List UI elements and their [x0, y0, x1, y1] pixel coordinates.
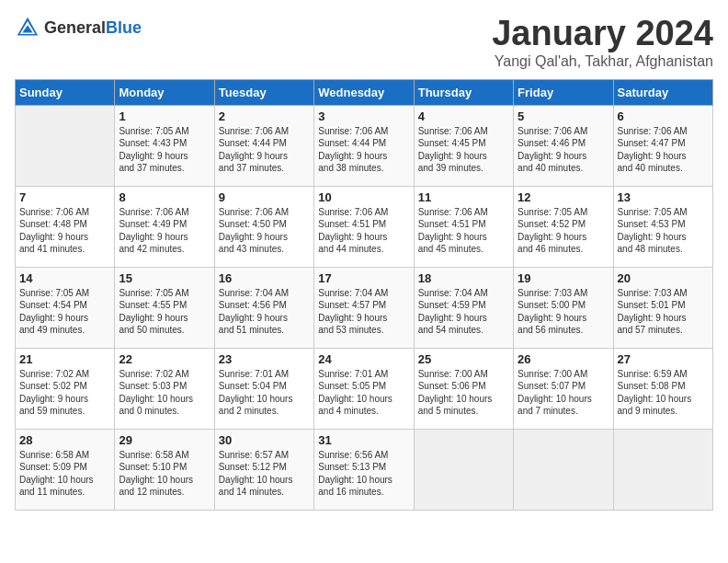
- day-number: 31: [318, 433, 409, 447]
- day-number: 30: [219, 433, 310, 447]
- day-header-saturday: Saturday: [613, 79, 712, 105]
- day-number: 20: [618, 271, 709, 285]
- calendar-cell: 14Sunrise: 7:05 AM Sunset: 4:54 PM Dayli…: [16, 267, 115, 348]
- cell-info: Sunrise: 7:04 AM Sunset: 4:59 PM Dayligh…: [418, 287, 509, 337]
- cell-info: Sunrise: 7:05 AM Sunset: 4:54 PM Dayligh…: [19, 287, 110, 337]
- calendar-cell: 28Sunrise: 6:58 AM Sunset: 5:09 PM Dayli…: [16, 429, 115, 510]
- calendar-cell: 1Sunrise: 7:05 AM Sunset: 4:43 PM Daylig…: [115, 105, 214, 186]
- calendar-cell: 3Sunrise: 7:06 AM Sunset: 4:44 PM Daylig…: [314, 105, 414, 186]
- calendar-cell: [16, 105, 115, 186]
- title-area: January 2024 Yangi Qal'ah, Takhar, Afgha…: [492, 15, 713, 70]
- cell-info: Sunrise: 7:06 AM Sunset: 4:44 PM Dayligh…: [219, 125, 310, 175]
- day-number: 9: [219, 190, 310, 204]
- day-number: 15: [119, 271, 210, 285]
- day-number: 19: [518, 271, 609, 285]
- cell-info: Sunrise: 6:56 AM Sunset: 5:13 PM Dayligh…: [318, 449, 409, 499]
- cell-info: Sunrise: 7:04 AM Sunset: 4:56 PM Dayligh…: [219, 287, 310, 337]
- cell-info: Sunrise: 7:02 AM Sunset: 5:02 PM Dayligh…: [19, 368, 110, 418]
- cell-info: Sunrise: 7:00 AM Sunset: 5:07 PM Dayligh…: [518, 368, 609, 418]
- day-header-thursday: Thursday: [414, 79, 513, 105]
- logo-text-general: General: [44, 18, 106, 37]
- calendar-cell: 31Sunrise: 6:56 AM Sunset: 5:13 PM Dayli…: [314, 429, 414, 510]
- calendar-cell: [514, 429, 613, 510]
- calendar-title: January 2024: [492, 15, 713, 53]
- day-number: 5: [518, 109, 609, 123]
- calendar-table: SundayMondayTuesdayWednesdayThursdayFrid…: [15, 79, 713, 511]
- calendar-cell: [414, 429, 513, 510]
- cell-info: Sunrise: 7:05 AM Sunset: 4:53 PM Dayligh…: [618, 206, 709, 256]
- calendar-cell: 13Sunrise: 7:05 AM Sunset: 4:53 PM Dayli…: [613, 186, 712, 267]
- day-number: 3: [318, 109, 409, 123]
- cell-info: Sunrise: 7:03 AM Sunset: 5:00 PM Dayligh…: [518, 287, 609, 337]
- cell-info: Sunrise: 7:03 AM Sunset: 5:01 PM Dayligh…: [618, 287, 709, 337]
- calendar-cell: 18Sunrise: 7:04 AM Sunset: 4:59 PM Dayli…: [414, 267, 513, 348]
- calendar-cell: 10Sunrise: 7:06 AM Sunset: 4:51 PM Dayli…: [314, 186, 414, 267]
- calendar-cell: 27Sunrise: 6:59 AM Sunset: 5:08 PM Dayli…: [613, 348, 712, 429]
- logo-icon: [15, 15, 40, 40]
- day-number: 22: [119, 352, 210, 366]
- day-number: 11: [418, 190, 509, 204]
- day-number: 18: [418, 271, 509, 285]
- logo-text-blue: Blue: [106, 18, 142, 37]
- cell-info: Sunrise: 7:02 AM Sunset: 5:03 PM Dayligh…: [119, 368, 210, 418]
- cell-info: Sunrise: 7:06 AM Sunset: 4:50 PM Dayligh…: [219, 206, 310, 256]
- calendar-subtitle: Yangi Qal'ah, Takhar, Afghanistan: [492, 53, 713, 70]
- day-number: 29: [119, 433, 210, 447]
- calendar-cell: 15Sunrise: 7:05 AM Sunset: 4:55 PM Dayli…: [115, 267, 214, 348]
- calendar-cell: 24Sunrise: 7:01 AM Sunset: 5:05 PM Dayli…: [314, 348, 414, 429]
- calendar-cell: 2Sunrise: 7:06 AM Sunset: 4:44 PM Daylig…: [214, 105, 313, 186]
- day-number: 7: [19, 190, 110, 204]
- calendar-cell: 16Sunrise: 7:04 AM Sunset: 4:56 PM Dayli…: [214, 267, 313, 348]
- cell-info: Sunrise: 7:01 AM Sunset: 5:04 PM Dayligh…: [219, 368, 310, 418]
- calendar-cell: 11Sunrise: 7:06 AM Sunset: 4:51 PM Dayli…: [414, 186, 513, 267]
- cell-info: Sunrise: 7:06 AM Sunset: 4:46 PM Dayligh…: [518, 125, 609, 175]
- day-number: 12: [518, 190, 609, 204]
- calendar-cell: 20Sunrise: 7:03 AM Sunset: 5:01 PM Dayli…: [613, 267, 712, 348]
- day-header-monday: Monday: [115, 79, 214, 105]
- cell-info: Sunrise: 7:06 AM Sunset: 4:51 PM Dayligh…: [418, 206, 509, 256]
- calendar-cell: 26Sunrise: 7:00 AM Sunset: 5:07 PM Dayli…: [514, 348, 613, 429]
- calendar-cell: 5Sunrise: 7:06 AM Sunset: 4:46 PM Daylig…: [514, 105, 613, 186]
- calendar-cell: [613, 429, 712, 510]
- cell-info: Sunrise: 7:01 AM Sunset: 5:05 PM Dayligh…: [318, 368, 409, 418]
- day-header-tuesday: Tuesday: [214, 79, 313, 105]
- cell-info: Sunrise: 7:05 AM Sunset: 4:43 PM Dayligh…: [119, 125, 210, 175]
- day-number: 17: [318, 271, 409, 285]
- day-number: 28: [19, 433, 110, 447]
- calendar-cell: 21Sunrise: 7:02 AM Sunset: 5:02 PM Dayli…: [16, 348, 115, 429]
- calendar-cell: 9Sunrise: 7:06 AM Sunset: 4:50 PM Daylig…: [214, 186, 313, 267]
- day-number: 16: [219, 271, 310, 285]
- cell-info: Sunrise: 6:59 AM Sunset: 5:08 PM Dayligh…: [618, 368, 709, 418]
- logo: GeneralBlue: [15, 15, 142, 40]
- calendar-cell: 12Sunrise: 7:05 AM Sunset: 4:52 PM Dayli…: [514, 186, 613, 267]
- calendar-cell: 30Sunrise: 6:57 AM Sunset: 5:12 PM Dayli…: [214, 429, 313, 510]
- day-number: 6: [618, 109, 709, 123]
- day-number: 14: [19, 271, 110, 285]
- day-number: 4: [418, 109, 509, 123]
- cell-info: Sunrise: 7:05 AM Sunset: 4:55 PM Dayligh…: [119, 287, 210, 337]
- day-number: 1: [119, 109, 210, 123]
- calendar-cell: 8Sunrise: 7:06 AM Sunset: 4:49 PM Daylig…: [115, 186, 214, 267]
- day-number: 23: [219, 352, 310, 366]
- calendar-cell: 6Sunrise: 7:06 AM Sunset: 4:47 PM Daylig…: [613, 105, 712, 186]
- calendar-cell: 4Sunrise: 7:06 AM Sunset: 4:45 PM Daylig…: [414, 105, 513, 186]
- cell-info: Sunrise: 7:04 AM Sunset: 4:57 PM Dayligh…: [318, 287, 409, 337]
- day-number: 27: [618, 352, 709, 366]
- day-number: 13: [618, 190, 709, 204]
- calendar-cell: 17Sunrise: 7:04 AM Sunset: 4:57 PM Dayli…: [314, 267, 414, 348]
- day-header-friday: Friday: [514, 79, 613, 105]
- calendar-cell: 23Sunrise: 7:01 AM Sunset: 5:04 PM Dayli…: [214, 348, 313, 429]
- day-number: 25: [418, 352, 509, 366]
- cell-info: Sunrise: 6:58 AM Sunset: 5:10 PM Dayligh…: [119, 449, 210, 499]
- calendar-cell: 22Sunrise: 7:02 AM Sunset: 5:03 PM Dayli…: [115, 348, 214, 429]
- calendar-cell: 19Sunrise: 7:03 AM Sunset: 5:00 PM Dayli…: [514, 267, 613, 348]
- cell-info: Sunrise: 7:06 AM Sunset: 4:45 PM Dayligh…: [418, 125, 509, 175]
- cell-info: Sunrise: 6:57 AM Sunset: 5:12 PM Dayligh…: [219, 449, 310, 499]
- day-number: 10: [318, 190, 409, 204]
- day-number: 2: [219, 109, 310, 123]
- cell-info: Sunrise: 7:06 AM Sunset: 4:47 PM Dayligh…: [618, 125, 709, 175]
- calendar-cell: 25Sunrise: 7:00 AM Sunset: 5:06 PM Dayli…: [414, 348, 513, 429]
- cell-info: Sunrise: 7:05 AM Sunset: 4:52 PM Dayligh…: [518, 206, 609, 256]
- day-header-sunday: Sunday: [16, 79, 115, 105]
- calendar-cell: 7Sunrise: 7:06 AM Sunset: 4:48 PM Daylig…: [16, 186, 115, 267]
